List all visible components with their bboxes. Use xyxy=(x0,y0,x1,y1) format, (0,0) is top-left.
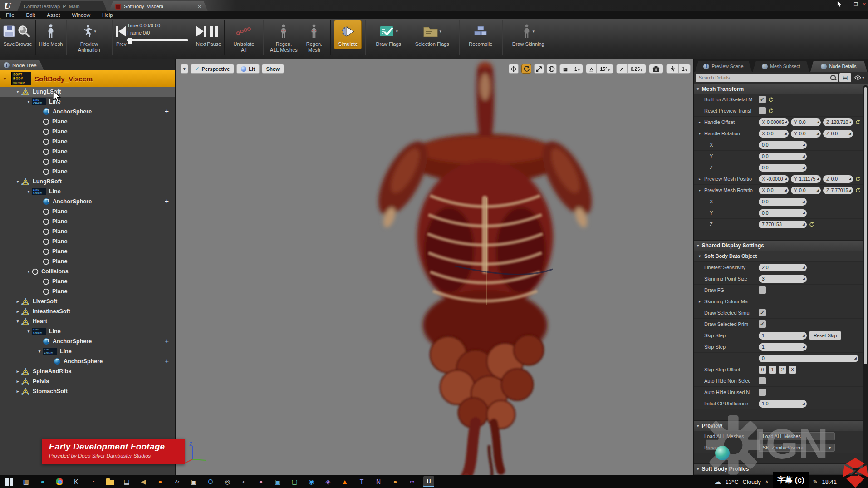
perspective-button[interactable]: ✓ Perspective xyxy=(191,64,235,74)
section-header[interactable]: ▾Mesh Transform xyxy=(694,84,868,94)
expander-icon[interactable]: ▸ xyxy=(15,379,21,384)
tree-item-anchorsphere[interactable]: AnchorSphere+ xyxy=(0,107,175,117)
number-field[interactable]: X-0.0000 xyxy=(759,175,789,183)
clock[interactable]: 18:41 xyxy=(822,478,837,485)
taskbar-icon-visual-studio[interactable]: ∞ xyxy=(407,476,417,487)
tree-item-plane[interactable]: Plane xyxy=(0,137,175,147)
taskbar-icon-screen-app[interactable]: ▢ xyxy=(289,476,300,487)
recompile-button[interactable]: Recompile xyxy=(462,19,499,47)
reset-to-default-icon[interactable] xyxy=(855,177,860,182)
taskbar-icon-brain-app[interactable]: ● xyxy=(255,476,266,487)
number-field[interactable]: Y0.0 xyxy=(791,118,821,126)
taskbar-icon-volume-mixer[interactable]: ◀ xyxy=(138,476,149,487)
taskbar-icon-teams[interactable]: T xyxy=(356,476,367,487)
number-field[interactable]: 0.0 xyxy=(759,198,807,206)
tree-item-plane[interactable]: Plane xyxy=(0,237,175,246)
camera-settings-button[interactable] xyxy=(649,64,663,74)
section-header[interactable]: ▾Preview xyxy=(694,420,868,431)
number-field[interactable]: X0.00005 xyxy=(759,118,789,126)
taskbar-icon-edge[interactable]: ● xyxy=(37,476,48,487)
hide-mesh-button[interactable]: Hide Mesh xyxy=(39,19,63,47)
menu-item-edit[interactable]: Edit xyxy=(20,12,41,18)
expander-icon[interactable]: ▾ xyxy=(25,189,32,194)
tab-mesh-subsect[interactable]: iMesh Subsect xyxy=(753,61,809,72)
expander-icon[interactable]: ▸ xyxy=(15,389,21,394)
tree-item-liversoft[interactable]: ▸LiverSoft xyxy=(0,296,175,306)
section-header[interactable]: ▾Shared Display Settings xyxy=(694,240,868,251)
rotate-tool-button[interactable] xyxy=(521,64,531,74)
number-field[interactable]: 0.0 xyxy=(759,209,807,217)
checkbox[interactable]: ✓ xyxy=(759,320,766,328)
number-field[interactable]: 1 xyxy=(759,343,807,351)
number-field[interactable]: Z0.0 xyxy=(823,175,853,183)
checkbox[interactable]: ✓ xyxy=(759,96,766,103)
number-field[interactable]: 1.0 xyxy=(759,400,807,408)
taskbar-icon-flame-app[interactable]: ● xyxy=(390,476,401,487)
prev-frame-button[interactable]: Prev xyxy=(115,19,127,47)
taskbar-icon-notepad[interactable]: ▤ xyxy=(121,476,132,487)
reset-to-default-icon[interactable] xyxy=(809,222,814,227)
reset-to-default-icon[interactable] xyxy=(768,108,773,113)
tree-item-heart[interactable]: ▾Heart xyxy=(0,316,175,326)
tree-item-anchorsphere[interactable]: AnchorSphere+ xyxy=(0,197,175,207)
coordinate-space-button[interactable] xyxy=(547,64,557,74)
tab-preview-scene[interactable]: iPreview Scene xyxy=(695,61,752,72)
tree-item-anchorsphere[interactable]: AnchorSphere+ xyxy=(0,356,175,366)
checkbox[interactable] xyxy=(759,389,766,396)
details-scrollbar[interactable] xyxy=(863,85,868,471)
timeline-slider[interactable] xyxy=(127,39,188,41)
taskbar-icon-vlc[interactable]: ▲ xyxy=(339,476,350,487)
taskbar-icon-outlook[interactable]: O xyxy=(205,476,216,487)
tree-item-plane[interactable]: Plane xyxy=(0,117,175,127)
expander-icon[interactable]: ▸ xyxy=(15,309,21,314)
menu-item-help[interactable]: Help xyxy=(96,12,119,18)
number-field[interactable]: Z0.0 xyxy=(823,130,853,138)
add-icon[interactable]: + xyxy=(165,357,169,365)
tree-item-pelvis[interactable]: ▸Pelvis xyxy=(0,376,175,386)
pen-icon[interactable]: ✎ xyxy=(813,478,818,485)
browse-button[interactable]: Browse xyxy=(15,19,32,47)
number-field[interactable]: Z7.77015 xyxy=(823,187,853,194)
taskbar-icon-7zip[interactable]: 7z xyxy=(172,476,182,487)
load-all-meshes-button[interactable]: Load ALL Meshes xyxy=(759,432,835,440)
tab-softbody-viscera[interactable]: SoftBody_Viscera ✕ xyxy=(109,1,208,11)
tree-item-anchorsphere[interactable]: AnchorSphere+ xyxy=(0,336,175,346)
number-field[interactable]: Y1.11175 xyxy=(791,175,821,183)
expander-icon[interactable]: ▸ xyxy=(15,299,21,304)
grid-snap-control[interactable]: ▦ 1▾ xyxy=(559,64,583,74)
add-icon[interactable]: + xyxy=(165,197,169,206)
scale-snap-icon[interactable]: ↗ xyxy=(617,64,627,73)
add-icon[interactable]: + xyxy=(165,108,169,116)
draw-skinning-button[interactable]: ▾ Draw Skinning xyxy=(505,19,551,47)
search-input[interactable]: Search Details xyxy=(696,74,838,82)
taskbar-icon-diamond-app[interactable]: ◈ xyxy=(323,476,333,487)
expander-icon[interactable]: ▾ xyxy=(25,269,32,274)
taskbar-icon-file-explorer[interactable] xyxy=(104,476,115,487)
restore-button[interactable]: ❐ xyxy=(854,2,858,7)
taskbar-icon-badge-app[interactable]: ◎ xyxy=(222,476,233,487)
chevron-down-icon[interactable]: ▾ xyxy=(94,29,97,34)
unisolate-all-button[interactable]: Unisolate All xyxy=(228,19,260,53)
chevron-down-icon[interactable]: ▾ xyxy=(396,29,398,34)
weather-temp[interactable]: 13°C xyxy=(725,478,738,485)
selection-flags-button[interactable]: ▾ Selection Flags xyxy=(408,19,456,47)
viewport-options-button[interactable]: ▾ xyxy=(181,64,188,74)
expander-icon[interactable]: ▾ xyxy=(4,76,8,81)
taskbar-icon-photos[interactable]: ▣ xyxy=(188,476,199,487)
tree-item-plane[interactable]: Plane xyxy=(0,167,175,177)
tree-item-plane[interactable]: Plane xyxy=(0,207,175,217)
expander-icon[interactable]: ▾ xyxy=(15,319,21,324)
angle-snap-icon[interactable]: △ xyxy=(586,64,596,73)
3d-viewport[interactable]: ▾ ✓ Perspective Lit Show xyxy=(176,59,693,476)
viscera-model[interactable] xyxy=(176,59,693,476)
show-button[interactable]: Show xyxy=(262,64,284,74)
number-field[interactable]: X0.0 xyxy=(759,130,789,138)
taskbar-icon-start[interactable] xyxy=(4,476,15,487)
offset-button[interactable]: 3 xyxy=(789,366,796,374)
checkbox[interactable]: ✓ xyxy=(759,309,766,316)
reset-skip-button[interactable]: Reset-Skip xyxy=(809,331,841,340)
camera-speed-control[interactable]: 1▾ xyxy=(666,64,691,74)
offset-button[interactable]: 2 xyxy=(779,366,786,374)
menu-item-file[interactable]: File xyxy=(0,12,20,18)
angle-snap-value[interactable]: 15° xyxy=(600,66,607,72)
